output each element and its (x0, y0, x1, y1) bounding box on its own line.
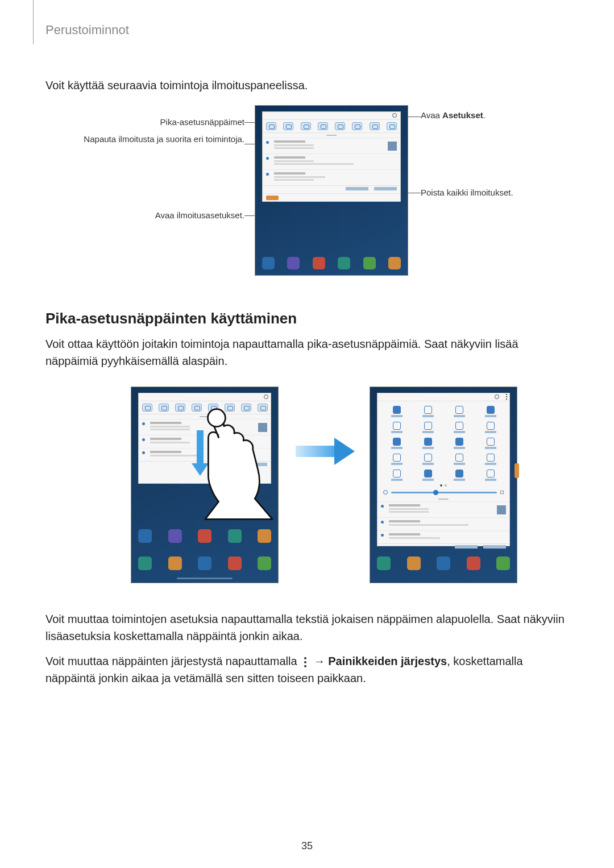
notification-text-placeholder (150, 426, 190, 427)
para3-pre: Voit muuttaa näppäinten järjestystä napa… (45, 655, 300, 667)
page-number: 35 (301, 840, 313, 852)
quick-setting-toggle (387, 122, 397, 130)
page-indicator (377, 483, 509, 488)
notification-settings-badge (266, 196, 279, 200)
quick-setting-toggle (192, 404, 202, 412)
notification-settings-badge-row (263, 193, 400, 201)
quick-setting-toggle (335, 122, 345, 130)
quick-setting-cell (477, 470, 504, 481)
transition-arrow-icon (296, 438, 358, 465)
notification-app-icon (142, 451, 145, 454)
section-heading: Pika-asetusnäppäinten käyttäminen (45, 310, 569, 327)
callout-open-settings-post: . (483, 110, 486, 120)
notification-item (263, 153, 400, 169)
notification-action-button (455, 545, 478, 549)
quick-setting-cell (446, 470, 472, 481)
app-row (138, 529, 271, 543)
quick-setting-cell (446, 438, 472, 449)
brightness-slider-row (377, 488, 509, 497)
quick-setting-cell (477, 438, 504, 449)
notification-action-button (346, 187, 368, 190)
notification-title-placeholder (274, 140, 305, 143)
notification-app-icon (381, 521, 384, 524)
dock-app-icon (262, 257, 275, 269)
quick-setting-cell (477, 454, 504, 465)
tablet-mock-notification-panel (255, 105, 408, 276)
quick-setting-toggle (258, 404, 268, 412)
quick-setting-toggle (241, 404, 251, 412)
notification-title-placeholder (150, 422, 181, 424)
para3-arrow: → (310, 655, 328, 667)
callout-clear-all: Poista kaikki ilmoitukset. (421, 187, 580, 198)
quick-setting-toggle (266, 122, 276, 130)
auto-brightness-toggle (500, 491, 504, 494)
quick-setting-toggle (301, 122, 311, 130)
quick-setting-cell (446, 406, 472, 417)
quick-setting-cell (414, 454, 441, 465)
notification-text-placeholder (150, 442, 190, 443)
status-bar (263, 112, 400, 120)
panel-drag-handle (377, 497, 509, 501)
quick-setting-cell (414, 470, 441, 481)
quick-setting-cell (414, 422, 441, 433)
dock-app-icon (363, 257, 376, 269)
quick-setting-toggle (175, 404, 185, 412)
gear-icon (392, 113, 397, 118)
dock-app-icon (228, 529, 242, 543)
notification-item (263, 169, 400, 185)
notification-action-row (377, 543, 509, 551)
swipe-down-arrow-icon (194, 430, 206, 476)
panel-drag-handle (139, 414, 271, 419)
overflow-menu-icon (301, 657, 309, 668)
notification-text-placeholder (389, 524, 468, 526)
brightness-icon (383, 490, 388, 495)
dock-app-icon (198, 529, 211, 543)
dock-app-icon (258, 556, 271, 570)
notification-app-icon (142, 422, 145, 425)
notification-text-placeholder (274, 147, 314, 149)
dock-app-icon (437, 556, 450, 570)
quick-setting-cell (477, 422, 504, 433)
dock-app-icon (377, 556, 391, 570)
notification-title-placeholder (389, 533, 420, 535)
notification-item (377, 530, 509, 543)
dock-app-icon (258, 529, 271, 543)
app-dock (262, 257, 401, 269)
notification-text-placeholder (389, 537, 440, 539)
notification-title-placeholder (274, 172, 305, 175)
dock-app-icon (313, 257, 325, 269)
notification-app-icon (381, 534, 384, 537)
notification-action-button (244, 463, 267, 466)
notification-item (377, 517, 509, 530)
para3-bold: Painikkeiden järjestys (328, 655, 447, 667)
callout-open-settings-pre: Avaa (421, 110, 442, 120)
quick-settings-grid (377, 401, 509, 483)
dock-app-icon (168, 529, 182, 543)
quick-settings-row (139, 401, 271, 414)
notification-app-icon (266, 173, 269, 176)
dock-apps-icon (388, 257, 401, 269)
dock-app-icon (287, 257, 300, 269)
notification-title-placeholder (274, 156, 305, 159)
tablet-mock-before (131, 387, 279, 583)
gear-icon (264, 394, 268, 399)
notification-action-row (263, 185, 400, 193)
notification-title-placeholder (389, 520, 420, 522)
notification-text-placeholder (274, 163, 354, 165)
notification-text-placeholder (150, 429, 190, 430)
notification-thumbnail (497, 505, 506, 514)
notification-text-placeholder (389, 511, 429, 513)
quick-setting-toggle (283, 122, 293, 130)
tablet-mock-after (370, 387, 517, 583)
quick-setting-cell (414, 438, 441, 449)
quick-setting-toggle (370, 122, 380, 130)
brightness-slider (391, 492, 497, 493)
callout-quick-settings-buttons: Pika-asetusnäppäimet (97, 117, 244, 128)
notification-item (377, 501, 509, 517)
notification-panel (262, 111, 401, 202)
notification-app-icon (381, 505, 384, 508)
notification-thumbnail (258, 423, 267, 432)
notification-app-icon (266, 141, 269, 144)
notification-app-icon (142, 438, 145, 441)
dock-app-icon (168, 556, 182, 570)
